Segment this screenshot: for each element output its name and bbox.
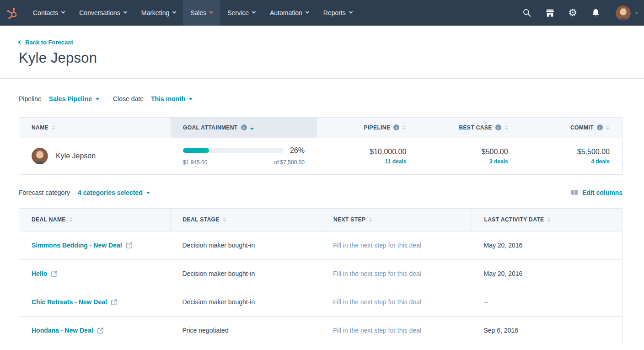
deals-table-header: DEAL NAME DEAL STAGE NEXT STEP LAST ACTI… <box>19 209 622 231</box>
last-activity-date: May 20, 2016 <box>484 242 523 249</box>
search-button[interactable] <box>515 0 538 26</box>
settings-button[interactable]: ⚙︎ <box>561 0 584 26</box>
summary-table-header: NAME GOAL ATTAINMENT i PIPELINE i <box>19 118 622 138</box>
goal-progress-fill <box>183 148 209 153</box>
forecast-category-label: Forecast category <box>19 189 70 196</box>
page-header: Back to Forecast Kyle Jepson <box>0 26 644 79</box>
nav-item-automation[interactable]: Automation <box>263 0 316 26</box>
last-activity-date: Sep 6, 2016 <box>484 327 519 334</box>
pipeline-deals-link[interactable]: 11 deals <box>317 158 406 165</box>
page-title: Kyle Jepson <box>19 50 644 66</box>
deal-name-link[interactable]: Simmons Bedding - New Deal <box>32 242 132 249</box>
deal-name-link[interactable]: Hello <box>32 270 57 277</box>
nav-item-label: Automation <box>270 9 302 16</box>
deal-stage: Decision maker bought-in <box>182 298 255 306</box>
sort-icon <box>402 125 406 130</box>
chevron-down-icon <box>349 10 353 13</box>
next-step-placeholder[interactable]: Fill in the next step for this deal <box>333 270 421 277</box>
nav-item-label: Sales <box>190 9 206 16</box>
chevron-down-icon <box>252 10 256 13</box>
deal-row: Hondana - New Deal Price negotiated Fill… <box>19 316 622 345</box>
deal-stage: Price negotiated <box>182 327 229 334</box>
commit-deals-link[interactable]: 4 deals <box>521 158 610 165</box>
back-to-forecast-link[interactable]: Back to Forecast <box>19 39 73 46</box>
nav-item-marketing[interactable]: Marketing <box>134 0 183 26</box>
chevron-down-icon <box>209 10 213 13</box>
next-step-placeholder[interactable]: Fill in the next step for this deal <box>333 327 421 334</box>
nav-item-label: Contacts <box>33 9 58 16</box>
notifications-button[interactable] <box>584 0 607 26</box>
deal-row: Simmons Bedding - New Deal Decision make… <box>19 231 622 259</box>
column-header-name[interactable]: NAME <box>32 124 55 131</box>
nav-item-service[interactable]: Service <box>220 0 263 26</box>
close-date-filter-dropdown[interactable]: This month <box>151 95 193 102</box>
close-date-filter-value: This month <box>151 95 185 102</box>
marketplace-button[interactable] <box>538 0 561 26</box>
external-link-icon <box>51 271 57 277</box>
deal-stage: Decision maker bought-in <box>182 242 255 249</box>
pipeline-cell: $10,000.00 11 deals <box>317 148 419 165</box>
info-icon[interactable]: i <box>393 124 399 130</box>
next-step-placeholder[interactable]: Fill in the next step for this deal <box>333 298 421 306</box>
sort-icon <box>223 217 226 222</box>
deal-name-link[interactable]: Hondana - New Deal <box>32 327 103 334</box>
external-link-icon <box>111 299 117 305</box>
external-link-icon <box>97 328 103 334</box>
nav-item-reports[interactable]: Reports <box>316 0 360 26</box>
dropdown-caret-icon <box>189 98 193 100</box>
forecast-category-dropdown[interactable]: 4 categories selected <box>78 189 150 196</box>
rep-avatar <box>32 148 48 164</box>
chevron-down-icon <box>123 10 127 13</box>
sprocket-icon <box>5 6 19 20</box>
chevron-left-icon <box>18 40 22 44</box>
filter-bar: Pipeline Sales Pipeline Close date This … <box>19 95 623 102</box>
column-header-deal-stage[interactable]: DEAL STAGE <box>183 216 226 223</box>
column-header-deal-name[interactable]: DEAL NAME <box>32 216 73 223</box>
next-step-placeholder[interactable]: Fill in the next step for this deal <box>333 242 421 249</box>
column-header-commit[interactable]: COMMIT i <box>570 124 610 131</box>
last-activity-date: -- <box>484 298 488 306</box>
sort-icon-active-desc <box>250 125 254 130</box>
column-header-goal-attainment[interactable]: GOAL ATTAINMENT i <box>183 124 254 131</box>
nav-item-conversations[interactable]: Conversations <box>72 0 134 26</box>
best-case-deals-link[interactable]: 3 deals <box>419 158 508 165</box>
deal-row: Chic Retreats - New Deal Decision maker … <box>19 288 622 316</box>
column-header-next-step[interactable]: NEXT STEP <box>333 216 372 223</box>
deal-row: Hello Decision maker bought-in Fill in t… <box>19 259 622 288</box>
pipeline-filter-label: Pipeline <box>19 95 42 102</box>
search-icon <box>522 8 531 17</box>
close-date-filter-label: Close date <box>113 95 144 102</box>
summary-table-row: Kyle Jepson 26% $1,945.00 of $7,500.00 $… <box>19 138 622 174</box>
edit-columns-button[interactable]: Edit columns <box>571 189 623 196</box>
nav-item-sales[interactable]: Sales <box>183 0 220 26</box>
nav-item-contacts[interactable]: Contacts <box>26 0 72 26</box>
account-menu[interactable] <box>616 5 638 21</box>
nav-divider <box>610 6 610 20</box>
goal-percent: 26% <box>290 146 305 155</box>
forecast-summary-table: NAME GOAL ATTAINMENT i PIPELINE i <box>19 117 623 175</box>
info-icon[interactable]: i <box>495 124 501 130</box>
info-icon[interactable]: i <box>597 124 603 130</box>
best-case-amount: $500.00 <box>419 148 508 156</box>
column-header-last-activity-date[interactable]: LAST ACTIVITY DATE <box>484 216 551 223</box>
nav-item-label: Conversations <box>79 9 120 16</box>
main-content: Pipeline Sales Pipeline Close date This … <box>19 95 623 345</box>
deal-name-link[interactable]: Chic Retreats - New Deal <box>32 298 117 306</box>
bell-icon <box>591 8 600 18</box>
column-header-best-case[interactable]: BEST CASE i <box>459 124 508 131</box>
goal-attained-amount: $1,945.00 <box>183 159 207 166</box>
pipeline-filter-dropdown[interactable]: Sales Pipeline <box>49 95 99 102</box>
info-icon[interactable]: i <box>241 124 247 130</box>
dropdown-caret-icon <box>146 192 150 194</box>
sort-icon <box>606 125 610 130</box>
chevron-down-icon <box>172 10 176 13</box>
rep-name: Kyle Jepson <box>56 152 96 160</box>
hubspot-logo[interactable] <box>0 0 26 26</box>
deal-stage: Decision maker bought-in <box>182 270 255 277</box>
best-case-cell: $500.00 3 deals <box>419 148 520 165</box>
column-header-pipeline[interactable]: PIPELINE i <box>364 124 406 131</box>
sort-icon <box>52 125 55 130</box>
sort-icon <box>69 217 73 222</box>
pipeline-filter-value: Sales Pipeline <box>49 95 92 102</box>
deals-table: DEAL NAME DEAL STAGE NEXT STEP LAST ACTI… <box>19 208 623 345</box>
